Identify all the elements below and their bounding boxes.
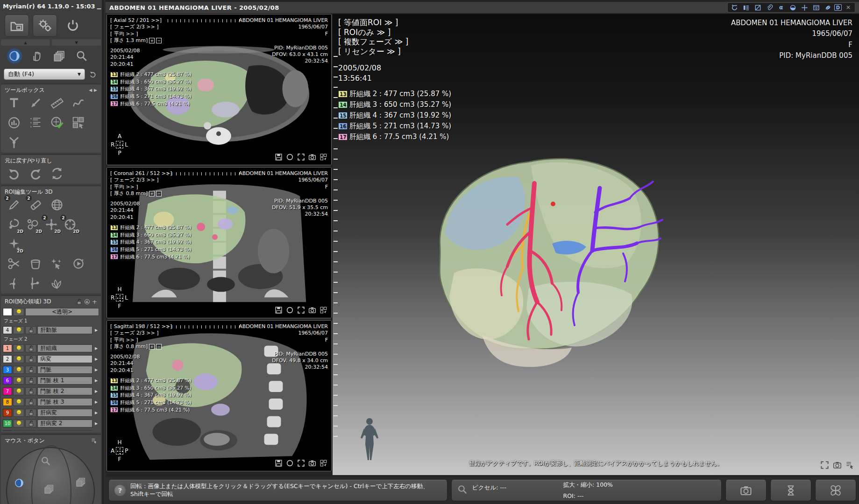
fullscreen-icon[interactable]: [297, 306, 305, 314]
assign-pointer-icon[interactable]: [91, 438, 97, 444]
vessel-tool-button[interactable]: [7, 135, 21, 150]
page-right-icon[interactable]: ▶: [94, 88, 97, 92]
viewport-sagittal[interactable]: [ Sagittal 198 / 512 >>] [ フェーズ 2/3 >> ]…: [106, 320, 332, 471]
grow-region-button[interactable]: [50, 256, 64, 271]
recenter-control[interactable]: [ リセンター ≫ ]: [338, 47, 451, 56]
negative-view-icon[interactable]: [753, 3, 763, 12]
sphere-tool-button[interactable]: [7, 48, 22, 64]
roi-row[interactable]: 3門脈▶: [3, 365, 99, 375]
visibility-bulb-icon[interactable]: [13, 344, 24, 352]
fullscreen-icon[interactable]: [297, 153, 305, 161]
alpha-blend-icon[interactable]: α: [776, 3, 786, 12]
roi-row[interactable]: 7門脈 枝 2▶: [3, 386, 99, 396]
collapse-down-button[interactable]: ▼: [52, 39, 101, 46]
slice-control[interactable]: [ Coronal 261 / 512 >>]: [110, 170, 192, 177]
roi-color-chip[interactable]: 10: [3, 420, 12, 427]
erode-2d-button[interactable]: 22D: [63, 217, 78, 232]
roi-label[interactable]: 病変: [37, 355, 92, 363]
visibility-bulb-icon[interactable]: [13, 326, 24, 334]
layout-pick-button[interactable]: [71, 115, 86, 130]
fill-roi-button[interactable]: [28, 256, 43, 271]
roi-label[interactable]: 門脈 枝 2: [37, 387, 92, 395]
thickness-minus-button[interactable]: −: [156, 191, 162, 196]
save-icon[interactable]: [275, 306, 283, 314]
unlock-icon[interactable]: [25, 430, 36, 431]
average-control[interactable]: [ 平均 >> ]: [110, 337, 192, 343]
thickness-control[interactable]: [ 厚さ 1.3 mm]: [110, 37, 148, 44]
circle-icon[interactable]: [286, 153, 294, 161]
auto-mode-dropdown[interactable]: 自動 (F4) ▼: [4, 69, 85, 80]
minimize-icon[interactable]: ▁: [97, 3, 101, 9]
curve-tool-button[interactable]: [71, 96, 86, 111]
close-icon[interactable]: ✕: [843, 3, 853, 12]
visibility-bulb-icon[interactable]: [13, 398, 24, 406]
roi-label[interactable]: 門脈: [37, 366, 92, 374]
slice-control[interactable]: [ Sagittal 198 / 512 >>]: [110, 323, 192, 330]
circle-icon[interactable]: [286, 306, 294, 314]
visibility-bulb-icon[interactable]: [13, 308, 24, 316]
thickness-minus-button[interactable]: −: [156, 38, 162, 43]
roi-row[interactable]: 10肝病変 2▶: [3, 419, 99, 428]
human-orientation-figure[interactable]: [359, 417, 380, 462]
roi-color-chip[interactable]: 8: [3, 398, 12, 406]
multi-phase-control[interactable]: [ 複数フェーズ ≫ ]: [338, 37, 451, 47]
camera-icon[interactable]: [308, 459, 316, 467]
histogram-icon[interactable]: [84, 299, 90, 305]
unlock-icon[interactable]: [25, 387, 36, 395]
cut-roi-button[interactable]: [7, 256, 21, 271]
thickness-plus-button[interactable]: +: [149, 344, 155, 350]
roi-row[interactable]: 9肝病変▶: [3, 408, 99, 418]
pencil-tool-button[interactable]: 2: [7, 197, 21, 212]
roi-options-arrow[interactable]: ▶: [93, 421, 99, 426]
export-grid-icon[interactable]: [319, 306, 327, 314]
roi-options-arrow[interactable]: ▶: [93, 328, 99, 332]
roi-color-chip[interactable]: 3: [3, 366, 12, 374]
text-tool-button[interactable]: [7, 96, 21, 111]
roi-label[interactable]: 肝病変: [37, 409, 92, 417]
vessel-point-button[interactable]: [7, 276, 21, 291]
roi-label[interactable]: 門脈 枝 1: [37, 377, 92, 385]
roi-row[interactable]: 2病変▶: [3, 354, 99, 364]
thickness-plus-button[interactable]: +: [149, 38, 155, 43]
reset-button[interactable]: [50, 166, 64, 181]
zoom-tool-button[interactable]: [74, 48, 90, 64]
average-control[interactable]: [ 平均 >> ]: [110, 184, 192, 190]
roi-label[interactable]: 門脈 枝 3: [37, 398, 92, 406]
redo-button[interactable]: [28, 166, 43, 181]
stats-tool-button[interactable]: [7, 115, 21, 130]
stack-tool-button[interactable]: [51, 48, 67, 64]
auto-segment-button[interactable]: [71, 256, 86, 271]
visibility-bulb-icon[interactable]: [13, 409, 24, 417]
roi-row[interactable]: 11肝病変 3▶: [3, 429, 99, 431]
fullscreen-icon[interactable]: [297, 459, 305, 467]
export-grid-icon[interactable]: [319, 459, 327, 467]
roi-color-chip[interactable]: 7: [3, 387, 12, 395]
isosurface-roi-control[interactable]: [ 等値面ROI ≫ ]: [338, 18, 451, 28]
panel-3d[interactable]: [ 等値面ROI ≫ ] [ ROIのみ ≫ ] [ 複数フェーズ ≫ ] [ …: [333, 14, 859, 475]
roi-label[interactable]: 肝動脈: [37, 326, 92, 334]
lasso-2d-button[interactable]: 2D: [7, 217, 21, 232]
roi-color-chip[interactable]: 11: [3, 430, 12, 431]
annotate-pen-icon[interactable]: [823, 3, 833, 12]
viewport-coronal[interactable]: [ Coronal 261 / 512 >>] [ フェーズ 2/3 >> ] …: [106, 167, 332, 318]
roi-options-arrow[interactable]: ▶: [93, 357, 99, 361]
thickness-control[interactable]: [ 厚さ 0.8 mm]: [110, 343, 148, 350]
add-roi-icon[interactable]: +: [92, 298, 97, 305]
unlock-icon[interactable]: [25, 420, 36, 427]
sphere-render-icon[interactable]: [788, 3, 798, 12]
lock-icon[interactable]: [76, 299, 82, 305]
recenter-move-icon[interactable]: [799, 3, 809, 12]
dicom-box-icon[interactable]: D: [834, 4, 842, 11]
liver-3d-model[interactable]: [412, 128, 683, 380]
unlock-icon[interactable]: [25, 326, 36, 334]
report-tool-button[interactable]: [28, 115, 43, 130]
thickness-control[interactable]: [ 厚さ 0.8 mm]: [110, 190, 148, 197]
visibility-bulb-icon[interactable]: [13, 355, 24, 363]
roi-color-chip[interactable]: 4: [3, 326, 12, 334]
effects-button[interactable]: [815, 480, 856, 501]
visibility-bulb-icon[interactable]: [13, 420, 24, 427]
roi-options-arrow[interactable]: ▶: [93, 378, 99, 383]
fullscreen-icon[interactable]: [820, 461, 829, 469]
open-study-button[interactable]: [5, 14, 29, 37]
export-pointer-icon[interactable]: [845, 461, 854, 469]
